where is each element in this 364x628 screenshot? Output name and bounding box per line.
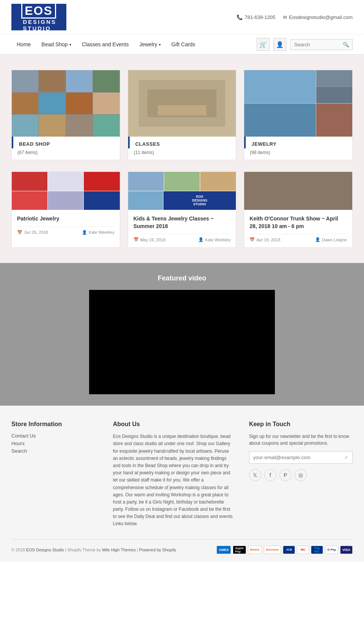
kids-img-3 xyxy=(200,172,236,191)
trunk-blog-title: Keith O'Connor Trunk Show ~ April 28, 20… xyxy=(249,215,347,230)
bead-img-10 xyxy=(39,115,65,137)
trunk-date-text: Apr 19, 2018 xyxy=(256,238,280,242)
nav-home-label: Home xyxy=(17,41,31,47)
kids-blog-image: EOSDESIGNSSTUDIO xyxy=(128,172,236,210)
patriotic-blog-content: Patriotic Jewelry 📅 Jun 26, 2018 👤 Kate … xyxy=(12,210,120,240)
hours-link[interactable]: Hours xyxy=(11,441,98,446)
footer-keep-in-touch: Keep in Touch Sign up for our newsletter… xyxy=(249,421,353,527)
blog-post-trunk-show[interactable]: Keith O'Connor Trunk Show ~ April 28, 20… xyxy=(244,172,353,248)
eos-studio-link[interactable]: EOS Designs Studio xyxy=(26,548,64,552)
theme-link[interactable]: Mile High Themes xyxy=(102,548,135,552)
search-link[interactable]: Search xyxy=(11,448,98,454)
collection-card-jewelry[interactable]: JEWELRY (98 items) xyxy=(244,70,353,160)
featured-video-section: Featured video xyxy=(0,263,364,406)
paypal-badge: PayPal xyxy=(311,546,323,554)
jewelry-image xyxy=(244,70,352,137)
patriotic-author-text: Kate Weekley xyxy=(89,230,115,235)
kids-blog-meta: 📅 May 24, 2018 👤 Kate Weekley xyxy=(133,234,231,242)
bead-img-3 xyxy=(66,70,93,92)
trunk-blog-content: Keith O'Connor Trunk Show ~ April 28, 20… xyxy=(244,210,352,247)
bead-img-11 xyxy=(66,115,93,137)
powered-by-link[interactable]: Powered by Shopify xyxy=(139,548,176,552)
footer: Store Information Contact Us Hours Searc… xyxy=(0,406,364,561)
instagram-icon[interactable]: ◎ xyxy=(295,469,307,481)
author-icon: 👤 xyxy=(198,237,204,242)
video-player[interactable] xyxy=(89,290,275,394)
trunk-author-text: Dawn Livigne xyxy=(322,238,347,242)
nav-jewelry[interactable]: Jewelry ▾ xyxy=(134,35,166,54)
kids-author-text: Kate Weekley xyxy=(205,238,231,242)
cart-button[interactable]: 🛒 xyxy=(257,38,270,51)
logo-designs: DESIGNS xyxy=(23,19,56,25)
blog-post-kids[interactable]: EOSDESIGNSSTUDIO Kids & Teens Jewelry Cl… xyxy=(128,172,237,248)
jewelry-img-3 xyxy=(316,87,352,103)
phone-info: 📞 781-639-1205 xyxy=(237,14,275,20)
bead-img-2 xyxy=(39,70,65,92)
featured-video-title: Featured video xyxy=(11,274,353,282)
patriotic-blog-meta: 📅 Jun 26, 2018 👤 Kate Weekley xyxy=(17,227,115,235)
trunk-blog-image xyxy=(244,172,352,210)
nav-right: 🛒 👤 🔍 xyxy=(257,38,353,51)
newsletter-email-input[interactable] xyxy=(249,452,340,463)
bead-img-7 xyxy=(66,93,93,115)
kids-img-4 xyxy=(128,191,163,210)
blog-post-patriotic[interactable]: Patriotic Jewelry 📅 Jun 26, 2018 👤 Kate … xyxy=(11,172,120,248)
bead-shop-count: (67 items) xyxy=(12,148,120,160)
twitter-icon[interactable]: 𝕏 xyxy=(249,469,261,481)
bead-img-8 xyxy=(93,93,119,115)
classes-count: (11 items) xyxy=(128,148,236,160)
kids-blog-title: Kids & Teens Jewelry Classes ~ Summer 20… xyxy=(133,215,231,230)
kids-author: 👤 Kate Weekley xyxy=(198,237,231,242)
facebook-icon[interactable]: f xyxy=(264,469,276,481)
store-info-title: Store Information xyxy=(11,421,98,428)
calendar-icon: 📅 xyxy=(17,230,22,235)
logo-area[interactable]: EOS DESIGNS STUDIO xyxy=(11,4,66,30)
logo[interactable]: EOS DESIGNS STUDIO xyxy=(11,4,66,30)
pinterest-icon[interactable]: P xyxy=(279,469,292,481)
bead-img-12 xyxy=(93,115,119,137)
nav-jewelry-label: Jewelry xyxy=(139,41,157,47)
bead-img-4 xyxy=(93,70,119,92)
cart-icon: 🛒 xyxy=(259,41,267,48)
contact-us-link[interactable]: Contact Us xyxy=(11,433,98,439)
visa-badge: VISA xyxy=(340,546,353,554)
nav-links: Home Bead Shop ▾ Classes and Events Jewe… xyxy=(11,35,201,54)
newsletter-submit-button[interactable]: ✓ xyxy=(340,452,352,463)
collection-card-bead-shop[interactable]: BEAD SHOP (67 items) xyxy=(11,70,120,160)
discover-badge: Discover xyxy=(264,546,281,554)
author-icon: 👤 xyxy=(315,237,320,242)
phone-number: 781-639-1205 xyxy=(245,14,275,20)
main-content: BEAD SHOP (67 items) CLASSES (11 items) xyxy=(0,55,364,263)
social-icons: 𝕏 f P ◎ xyxy=(249,469,353,481)
search-button[interactable]: 🔍 xyxy=(340,39,352,50)
nav-gift-cards[interactable]: Gift Cards xyxy=(166,35,201,54)
nav-bead-shop[interactable]: Bead Shop ▾ xyxy=(36,35,76,54)
footer-store-info: Store Information Contact Us Hours Searc… xyxy=(11,421,98,527)
account-icon: 👤 xyxy=(276,41,284,48)
nav-classes-events[interactable]: Classes and Events xyxy=(77,35,134,54)
jcb-badge: JCB xyxy=(283,546,295,554)
bead-img-5 xyxy=(12,93,38,115)
gpay-badge: G Pay xyxy=(325,546,338,554)
nav-home[interactable]: Home xyxy=(11,35,36,54)
blog-grid: Patriotic Jewelry 📅 Jun 26, 2018 👤 Kate … xyxy=(11,172,353,248)
collection-card-classes[interactable]: CLASSES (11 items) xyxy=(128,70,237,160)
jewelry-img-5 xyxy=(316,104,352,137)
patriotic-img-5 xyxy=(48,191,83,210)
bead-img-6 xyxy=(39,93,65,115)
classes-title: CLASSES xyxy=(128,137,236,148)
collections-grid: BEAD SHOP (67 items) CLASSES (11 items) xyxy=(11,70,353,160)
jewelry-count: (98 items) xyxy=(244,148,352,160)
diners-badge: Diners xyxy=(248,546,262,554)
account-button[interactable]: 👤 xyxy=(273,38,286,51)
patriotic-blog-image xyxy=(12,172,120,210)
bead-shop-image xyxy=(12,70,120,137)
kids-date-text: May 24, 2018 xyxy=(140,238,166,242)
footer-bottom: © 2018 EOS Designs Studio | Shopify Them… xyxy=(11,539,353,554)
email-icon: ✉ xyxy=(283,14,287,20)
classes-img-inner xyxy=(139,80,225,127)
calendar-icon: 📅 xyxy=(249,237,255,242)
search-input[interactable] xyxy=(290,39,340,50)
bead-img-1 xyxy=(12,70,38,92)
about-text: Eos Designs Studio is a unique destinati… xyxy=(113,433,234,527)
